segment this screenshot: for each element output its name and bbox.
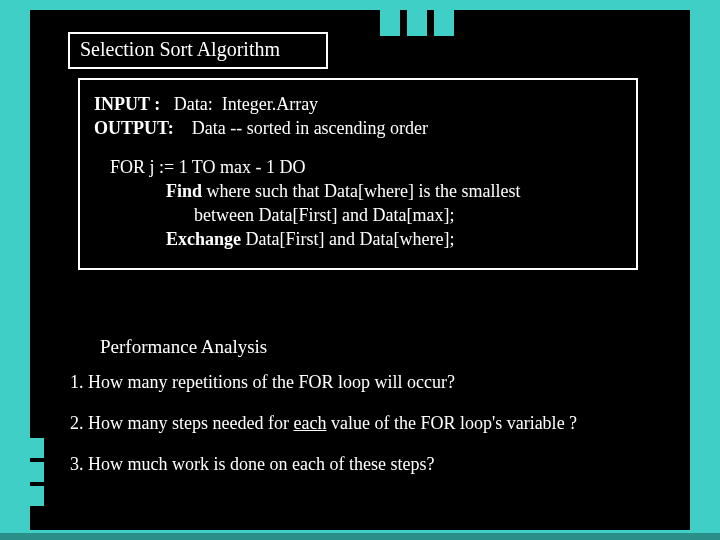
slide-title: Selection Sort Algorithm [80,38,280,60]
decoration-left [18,438,44,510]
deco-square [18,438,44,458]
algo-line-between: between Data[First] and Data[max]; [94,203,622,227]
q2-part-a: 2. How many steps needed for [70,413,293,433]
keyword-find: Find [166,181,202,201]
algorithm-box: INPUT : Data: Integer.Array OUTPUT: Data… [78,78,638,270]
algorithm-body: FOR j := 1 TO max - 1 DO Find where such… [94,155,622,252]
decoration-bottom-bar [0,533,720,540]
q2-underlined: each [293,413,326,433]
analysis-heading: Performance Analysis [100,336,267,358]
question-list: 1. How many repetitions of the FOR loop … [70,372,680,495]
keyword-exchange: Exchange [166,229,241,249]
algo-line-exchange-rest: Data[First] and Data[where]; [241,229,454,249]
algo-line-for: FOR j := 1 TO max - 1 DO [94,155,622,179]
deco-square [434,9,454,36]
question-2: 2. How many steps needed for each value … [70,413,680,434]
question-3: 3. How much work is done on each of thes… [70,454,680,475]
q2-part-b: value of the FOR loop's variable ? [326,413,577,433]
deco-square [407,9,427,36]
output-label: OUTPUT: [94,118,174,138]
input-label: INPUT : [94,94,160,114]
deco-square [380,9,400,36]
slide-canvas: Selection Sort Algorithm INPUT : Data: I… [30,10,690,530]
algo-line-find-rest: where such that Data[where] is the small… [202,181,520,201]
input-row: INPUT : Data: Integer.Array [94,92,622,116]
output-value: Data -- sorted in ascending order [174,118,428,138]
deco-square [18,486,44,506]
decoration-top [380,9,457,40]
title-box: Selection Sort Algorithm [68,32,328,69]
question-1: 1. How many repetitions of the FOR loop … [70,372,680,393]
algo-line-exchange: Exchange Data[First] and Data[where]; [94,227,622,251]
output-row: OUTPUT: Data -- sorted in ascending orde… [94,116,622,140]
input-value: Data: Integer.Array [160,94,318,114]
algo-line-find: Find where such that Data[where] is the … [94,179,622,203]
deco-square [18,462,44,482]
